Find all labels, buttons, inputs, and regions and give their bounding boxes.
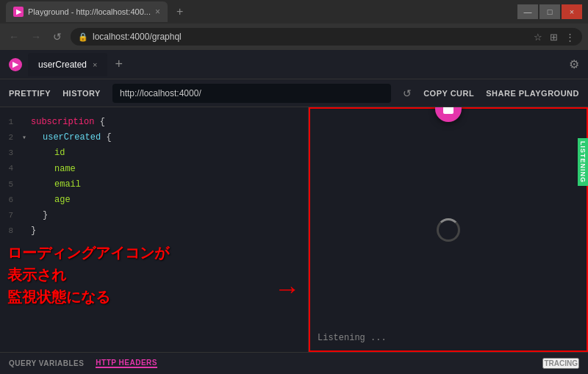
minimize-button[interactable]: — bbox=[517, 4, 538, 19]
bottom-bar: QUERY VARIABLES HTTP HEADERS TRACING bbox=[0, 352, 588, 374]
tab-close-icon[interactable]: × bbox=[155, 7, 160, 17]
main-content: 1 subscription { 2 ▾ userCreated { 3 id bbox=[0, 107, 588, 352]
code-line-6: 6 age bbox=[0, 193, 308, 208]
settings-icon[interactable]: ⚙ bbox=[569, 57, 579, 71]
result-panel: LISTENING Listening ... bbox=[309, 107, 588, 352]
address-bar[interactable]: 🔒 localhost:4000/graphql ☆ ⊞ ⋮ bbox=[71, 28, 582, 46]
tab-name: userCreated bbox=[38, 60, 87, 70]
new-tab-button[interactable]: + bbox=[173, 4, 186, 20]
endpoint-input[interactable] bbox=[112, 84, 391, 103]
tab-title: Playground - http://localhost:400... bbox=[28, 7, 151, 16]
back-button[interactable]: ← bbox=[6, 29, 22, 44]
add-tab-button[interactable]: + bbox=[109, 57, 129, 72]
code-line-2: 2 ▾ userCreated { bbox=[0, 130, 308, 145]
code-line-1: 1 subscription { bbox=[0, 115, 308, 130]
tab-favicon: ▶ bbox=[13, 7, 24, 17]
loading-spinner bbox=[437, 218, 460, 242]
address-text: localhost:4000/graphql bbox=[93, 32, 182, 42]
history-button[interactable]: HISTORY bbox=[62, 89, 101, 98]
prettify-button[interactable]: PRETTIFY bbox=[9, 89, 51, 98]
code-line-8: 8 } bbox=[0, 223, 308, 239]
code-line-3: 3 id bbox=[0, 145, 308, 161]
code-line-5: 5 email bbox=[0, 177, 308, 193]
close-button[interactable]: × bbox=[562, 4, 582, 19]
listening-label: LISTENING bbox=[578, 138, 588, 186]
tab-bar: userCreated × + bbox=[28, 53, 569, 76]
browser-tab[interactable]: ▶ Playground - http://localhost:400... × bbox=[6, 1, 168, 22]
maximize-button[interactable]: □ bbox=[539, 4, 560, 19]
listening-text: Listening ... bbox=[318, 333, 387, 343]
browser-titlebar: ▶ Playground - http://localhost:400... ×… bbox=[0, 0, 588, 24]
tracing-button[interactable]: TRACING bbox=[542, 358, 579, 369]
playground: ▶ userCreated × + ⚙ PRETTIFY HISTORY ↺ C… bbox=[0, 50, 588, 374]
window-controls: — □ × bbox=[517, 4, 582, 19]
code-editor[interactable]: 1 subscription { 2 ▾ userCreated { 3 id bbox=[0, 107, 308, 352]
address-right-icons: ☆ ⊞ ⋮ bbox=[534, 32, 575, 43]
stop-icon bbox=[443, 107, 453, 114]
star-icon[interactable]: ☆ bbox=[534, 32, 542, 43]
playground-logo: ▶ bbox=[9, 58, 22, 71]
code-line-4: 4 name bbox=[0, 162, 308, 177]
playground-header: ▶ userCreated × + ⚙ bbox=[0, 50, 588, 79]
toolbar: PRETTIFY HISTORY ↺ COPY CURL SHARE PLAYG… bbox=[0, 79, 588, 107]
lock-icon: 🔒 bbox=[78, 32, 88, 42]
extensions-icon[interactable]: ⊞ bbox=[550, 32, 558, 43]
playground-tab-user-created[interactable]: userCreated × bbox=[28, 53, 107, 76]
menu-icon[interactable]: ⋮ bbox=[565, 32, 575, 43]
result-content bbox=[310, 109, 587, 350]
editor-panel: 1 subscription { 2 ▾ userCreated { 3 id bbox=[0, 107, 309, 352]
query-variables-button[interactable]: QUERY VARIABLES bbox=[9, 359, 84, 367]
red-arrow: → bbox=[274, 276, 301, 302]
browser-addressbar: ← → ↺ 🔒 localhost:4000/graphql ☆ ⊞ ⋮ bbox=[0, 24, 588, 50]
forward-button[interactable]: → bbox=[28, 29, 44, 44]
reload-button[interactable]: ↺ bbox=[50, 29, 65, 44]
code-line-7: 7 } bbox=[0, 208, 308, 223]
tab-close-icon[interactable]: × bbox=[93, 60, 97, 69]
http-headers-button[interactable]: HTTP HEADERS bbox=[96, 359, 157, 368]
copy-curl-button[interactable]: COPY CURL bbox=[423, 89, 474, 98]
refresh-icon[interactable]: ↺ bbox=[403, 87, 412, 99]
share-playground-button[interactable]: SHARE PLAYGROUND bbox=[486, 89, 579, 98]
